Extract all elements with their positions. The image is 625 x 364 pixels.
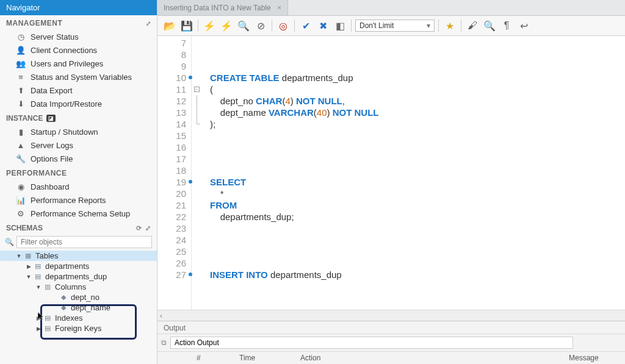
cancel-button[interactable]: ✖	[316, 18, 330, 33]
instance-header: INSTANCE ◪	[0, 110, 157, 125]
collapse-icon[interactable]: ⤢	[145, 224, 151, 232]
open-file-button[interactable]: 📂	[162, 18, 177, 33]
tree-foreign-keys[interactable]: ▶▤Foreign Keys	[0, 323, 157, 334]
wrap-button[interactable]: ↩	[516, 18, 531, 33]
instance-label: INSTANCE	[6, 114, 43, 123]
col-time: Time	[239, 354, 276, 362]
invisibles-button[interactable]: ¶	[499, 18, 514, 33]
nav-label: Status and System Variables	[31, 73, 132, 82]
schemas-label: SCHEMAS	[6, 224, 43, 232]
tree-departments[interactable]: ▶▤departments	[0, 261, 157, 271]
status-icon: ◷	[16, 32, 26, 41]
find-button[interactable]: 🔍	[482, 18, 497, 33]
nav-label: Options File	[31, 154, 73, 163]
tree-columns[interactable]: ▼▥Columns	[0, 282, 157, 292]
schema-filter-input[interactable]	[16, 236, 152, 248]
toggle-button[interactable]: ◧	[333, 18, 347, 33]
sql-editor[interactable]: 789101112131415161718192021222324252627 …	[157, 36, 625, 310]
commit-button[interactable]: ◎	[276, 18, 291, 33]
output-copy-icon[interactable]: ⧉	[161, 338, 167, 347]
nav-label: Users and Privileges	[31, 59, 103, 68]
tree-label: Tables	[35, 251, 59, 260]
favorite-button[interactable]: ★	[443, 18, 457, 33]
tree-dept-no[interactable]: ◆dept_no	[0, 292, 157, 302]
tree-label: Foreign Keys	[55, 324, 102, 333]
nav-label: Server Logs	[31, 141, 73, 150]
code-area[interactable]: CREATE TABLE departments_dup( dept_no CH…	[201, 36, 625, 310]
column-icon: ◆	[59, 304, 68, 312]
editor-toolbar: 📂 💾 ⚡ ⚡ 🔍 ⊘ ◎ ✔ ✖ ◧ Don't Limit▾ ★ 🖌 🔍 ¶…	[157, 16, 625, 36]
nav-options-file[interactable]: 🔧Options File	[0, 152, 157, 165]
tree-label: dept_no	[71, 293, 99, 302]
schemas-header: SCHEMAS ⟳ ⤢	[0, 220, 157, 235]
expand-icon[interactable]: ⤢	[146, 20, 151, 27]
tree-indexes[interactable]: ▶▤Indexes	[0, 313, 157, 323]
beautify-button[interactable]: 🖌	[465, 18, 480, 33]
nav-label: Data Export	[31, 86, 73, 95]
instance-badge-icon: ◪	[46, 115, 56, 122]
limit-select[interactable]: Don't Limit▾	[355, 20, 435, 32]
nav-data-export[interactable]: ⬆Data Export	[0, 84, 157, 97]
execute-button[interactable]: ⚡	[202, 18, 217, 33]
options-icon: 🔧	[16, 154, 26, 163]
nav-perf-reports[interactable]: 📊Performance Reports	[0, 193, 157, 207]
output-panel: Output ⧉ Action Output # Time Action Mes…	[157, 321, 625, 364]
columns-icon: ▥	[43, 283, 52, 291]
nav-users-privileges[interactable]: 👥Users and Privileges	[0, 57, 157, 70]
nav-data-import[interactable]: ⬇Data Import/Restore	[0, 97, 157, 110]
tree-label: departments	[45, 262, 89, 271]
output-title: Output	[157, 321, 625, 334]
limit-label: Don't Limit	[359, 21, 394, 30]
table-icon: ▤	[33, 273, 43, 281]
import-icon: ⬇	[16, 99, 26, 109]
connections-icon: 👤	[16, 45, 26, 55]
table-icon: ▤	[33, 262, 43, 271]
variables-icon: ≡	[16, 72, 26, 82]
nav-server-status[interactable]: ◷Server Status	[0, 30, 157, 43]
explain-button[interactable]: 🔍	[236, 18, 251, 33]
logs-icon: ▲	[16, 140, 26, 150]
fk-icon: ▤	[43, 324, 52, 333]
tree-label: Columns	[55, 282, 86, 291]
tree-label: Indexes	[55, 313, 83, 323]
tree-tables[interactable]: ▼▦Tables	[0, 251, 157, 261]
save-button[interactable]: 💾	[179, 18, 194, 33]
navigator-panel: Navigator MANAGEMENT ⤢ ◷Server Status 👤C…	[0, 0, 157, 364]
export-icon: ⬆	[16, 85, 26, 95]
nav-startup-shutdown[interactable]: ▮Startup / Shutdown	[0, 125, 157, 138]
nav-status-vars[interactable]: ≡Status and System Variables	[0, 70, 157, 84]
refresh-icon[interactable]: ⟳	[136, 224, 142, 232]
execute-current-button[interactable]: ⚡	[219, 18, 234, 33]
tree-departments-dup[interactable]: ▼▤departments_dup	[0, 271, 157, 282]
column-icon: ◆	[59, 293, 68, 302]
cursor-icon	[37, 311, 46, 321]
line-gutter: 789101112131415161718192021222324252627	[157, 36, 192, 310]
output-type-select[interactable]: Action Output	[170, 337, 573, 349]
nav-server-logs[interactable]: ▲Server Logs	[0, 138, 157, 152]
nav-perf-schema[interactable]: ⚙Performance Schema Setup	[0, 207, 157, 220]
reports-icon: 📊	[16, 195, 26, 205]
performance-label: PERFORMANCE	[6, 169, 67, 177]
tab-sql[interactable]: Inserting Data INTO a New Table ×	[157, 0, 288, 15]
nav-label: Server Status	[31, 32, 79, 41]
col-hash: #	[197, 354, 215, 362]
accept-button[interactable]: ✔	[298, 18, 313, 33]
search-icon: 🔍	[5, 238, 14, 246]
tree-label: departments_dup	[45, 272, 107, 281]
col-action: Action	[300, 354, 544, 362]
startup-icon: ▮	[16, 127, 26, 137]
schema-tree: ▼▦Tables ▶▤departments ▼▤departments_dup…	[0, 251, 157, 364]
nav-label: Client Connections	[31, 46, 97, 55]
users-icon: 👥	[16, 59, 26, 68]
stop-button[interactable]: ⊘	[253, 18, 268, 33]
tree-label: dept_name	[71, 303, 110, 312]
nav-dashboard[interactable]: ◉Dashboard	[0, 180, 157, 193]
management-header: MANAGEMENT ⤢	[0, 15, 157, 30]
tab-bar: Inserting Data INTO a New Table ×	[157, 0, 625, 16]
close-icon[interactable]: ×	[277, 3, 282, 12]
nav-client-connections[interactable]: 👤Client Connections	[0, 43, 157, 57]
horizontal-scrollbar[interactable]: ‹	[157, 310, 625, 321]
tree-dept-name[interactable]: ◆dept_name	[0, 302, 157, 313]
tables-icon: ▦	[23, 252, 33, 260]
nav-label: Data Import/Restore	[31, 99, 102, 109]
